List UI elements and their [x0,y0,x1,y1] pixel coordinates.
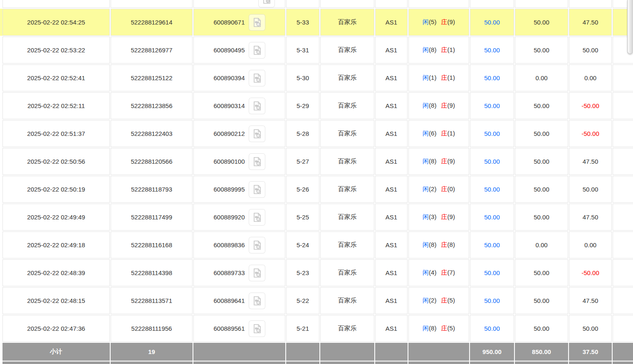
table-round-cell [286,0,319,8]
record-row[interactable]: 2025-02-22 02:51:37 522288122403 6008902… [2,120,633,147]
game-type-cell: 百家乐 [320,64,374,91]
game-number-cell: 600890100 [193,148,285,175]
table-round-cell: 5-31 [286,37,319,64]
win-loss-cell: 47.50 [569,148,612,175]
record-row[interactable]: 2025-02-22 02:52:11 522288123856 6008903… [2,92,633,119]
record-row-partial-top[interactable] [2,0,633,8]
record-row[interactable]: 2025-02-22 02:50:19 522288118793 6008899… [2,176,633,203]
game-number-cell: 600890495 [193,37,285,64]
game-result-cell: 闲(8) 庄(8) [408,231,469,258]
video-record-button[interactable] [249,98,265,114]
video-record-icon [252,17,262,28]
game-number-cell: 600890212 [193,120,285,147]
video-record-button[interactable] [249,153,265,170]
win-loss-cell: 47.50 [569,9,612,36]
game-number: 600889836 [213,241,245,248]
banker-result-score: (1) [448,130,455,137]
player-result-score: (8) [429,157,436,165]
bet-amount-link[interactable]: 50.00 [484,158,500,165]
valid-amount-cell: 50.00 [515,92,568,119]
game-number-cell: 600889561 [193,315,285,342]
record-row[interactable]: 2025-02-22 02:48:39 522288114398 6008897… [2,259,633,286]
banker-result-label: 庄 [441,297,448,304]
banker-result-score: (1) [448,74,455,81]
record-row[interactable]: 2025-02-22 02:53:22 522288126977 6008904… [2,37,633,64]
game-number-cell: 600889995 [193,176,285,203]
video-record-button[interactable] [249,237,265,253]
player-result-score: (5) [429,18,436,25]
valid-amount-cell: 0.00 [515,64,568,91]
video-record-button[interactable] [258,0,275,7]
video-record-button[interactable] [249,265,265,281]
banker-result-label: 庄 [441,185,448,192]
video-record-icon [261,0,272,5]
order-number-cell: 522288113571 [111,287,193,314]
bet-amount-link[interactable]: 50.00 [484,19,500,26]
player-result-label: 闲 [423,157,429,165]
player-result-label: 闲 [423,18,429,25]
video-record-button[interactable] [249,125,265,142]
bet-amount-link[interactable]: 50.00 [484,297,500,304]
bet-amount-link[interactable]: 50.00 [484,241,500,248]
bet-time-cell: 2025-02-22 02:54:25 [2,9,110,36]
bet-amount-link[interactable]: 50.00 [484,102,500,109]
video-record-icon [252,101,262,111]
video-record-button[interactable] [249,42,265,59]
player-result-label: 闲 [423,241,429,248]
record-row[interactable]: 2025-02-22 02:48:15 522288113571 6008896… [2,287,633,314]
record-row[interactable]: 2025-02-22 02:50:56 522288120566 6008901… [2,148,633,175]
banker-result-score: (0) [448,185,455,192]
extra-cell [613,259,633,286]
vertical-scrollbar-thumb[interactable] [627,0,633,54]
bet-amount-cell: 50.00 [470,37,514,64]
video-record-button[interactable] [249,14,265,31]
win-loss-cell: 50.00 [569,315,612,342]
bet-amount-link[interactable]: 50.00 [484,47,500,54]
bet-amount-link[interactable]: 50.00 [484,130,500,137]
bet-amount-link[interactable]: 50.00 [484,74,500,81]
record-row[interactable]: 2025-02-22 02:54:25 522288129614 6008906… [2,9,633,36]
table-name-cell: AS1 [375,176,408,203]
bet-amount-link[interactable]: 50.00 [484,186,500,193]
player-result-score: (8) [429,241,436,248]
game-result-cell: 闲(2) 庄(0) [408,176,469,203]
video-record-button[interactable] [249,70,265,86]
video-record-button[interactable] [249,181,265,198]
win-loss-cell: -50.00 [569,120,612,147]
bet-amount-cell: 50.00 [470,148,514,175]
bet-time-cell [2,0,110,8]
player-result-score: (8) [429,325,436,332]
video-record-button[interactable] [249,293,265,309]
bet-amount-link[interactable]: 50.00 [484,214,500,221]
bet-amount-cell: 50.00 [470,9,514,36]
video-record-button[interactable] [249,209,265,226]
game-type-cell: 百家乐 [320,148,374,175]
record-row[interactable]: 2025-02-22 02:49:18 522288116168 6008898… [2,231,633,258]
game-result-cell: 闲(8) 庄(5) [408,315,469,342]
game-type-cell: 百家乐 [320,204,374,231]
extra-cell [613,176,633,203]
bet-amount-link[interactable]: 50.00 [484,269,500,276]
subtotal-empty-cell [193,343,285,361]
valid-amount-cell: 50.00 [515,259,568,286]
banker-result-label: 庄 [441,269,448,276]
game-type-cell: 百家乐 [320,92,374,119]
video-record-icon [252,156,262,167]
game-number-cell: 600890314 [193,92,285,119]
extra-cell [613,204,633,231]
bet-time-cell: 2025-02-22 02:52:11 [2,92,110,119]
bet-amount-link[interactable]: 50.00 [484,325,500,332]
win-loss-cell: -50.00 [569,92,612,119]
player-result-label: 闲 [423,269,429,276]
valid-amount-cell: 50.00 [515,148,568,175]
video-record-icon [252,128,262,139]
record-row[interactable]: 2025-02-22 02:52:41 522288125122 6008903… [2,64,633,91]
record-row[interactable]: 2025-02-22 02:47:36 522288111956 6008895… [2,315,633,342]
table-round-cell: 5-29 [286,92,319,119]
win-loss-cell: 47.50 [569,204,612,231]
bet-time-cell: 2025-02-22 02:49:49 [2,204,110,231]
record-row[interactable]: 2025-02-22 02:49:49 522288117499 6008899… [2,204,633,231]
video-record-button[interactable] [249,320,265,337]
game-type-cell: 百家乐 [320,315,374,342]
table-round-cell: 5-28 [286,120,319,147]
